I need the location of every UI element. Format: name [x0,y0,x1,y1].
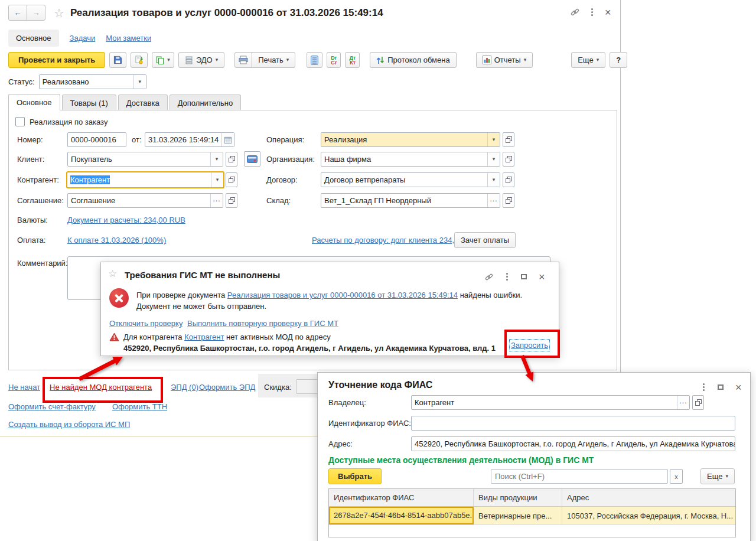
edo-button[interactable]: ЭДО ▾ [178,52,224,68]
get-link-icon[interactable] [571,8,579,17]
forward-arrow-icon: → [32,8,40,17]
operation-caret-icon[interactable]: ▾ [487,133,500,146]
copy-button[interactable]: ▾ [152,52,174,68]
recheck-link[interactable]: Выполнить повторную проверку в ГИС МТ [187,319,338,328]
payment-offset-button[interactable]: Зачет оплаты [454,232,516,248]
close-dialog-icon[interactable]: × [735,384,742,391]
payment-link[interactable]: К оплате 31.03.2026 (100%) [67,236,166,245]
column-header-product-types[interactable]: Виды продукции [474,489,562,506]
nav-notes-link[interactable]: Мои заметки [106,34,151,43]
organization-caret-icon[interactable]: ▾ [487,152,500,166]
fias-id-input[interactable] [411,416,735,431]
client-card-button[interactable] [244,151,260,167]
contract-select[interactable]: Договор ветпрепараты ▾ [321,172,500,187]
maximize-icon[interactable] [521,274,527,279]
currencies-link[interactable]: Документ и расчеты: 234,00 RUB [67,216,185,224]
tab-main[interactable]: Основное [8,94,60,110]
more-button[interactable]: Еще ▾ [571,52,605,68]
error-document-link[interactable]: Реализация товаров и услуг 0000-000016 о… [227,291,458,299]
counterparty-caret-icon[interactable]: ▾ [211,172,223,187]
client-caret-icon[interactable]: ▾ [210,152,223,166]
cell-address[interactable]: 105037, Российская Федерация, г. Москва,… [562,507,735,524]
organization-select[interactable]: Наша фирма ▾ [321,152,500,167]
status-caret-icon[interactable]: ▾ [133,75,146,89]
request-mod-link[interactable]: Запросить [511,341,548,350]
close-dialog-icon[interactable]: × [539,273,545,281]
exchange-protocol-button[interactable]: Протокол обмена [370,52,457,68]
column-header-address[interactable]: Адрес [562,489,735,506]
operation-open-button[interactable] [503,132,514,147]
status-not-started-link[interactable]: Не начат [8,383,40,392]
date-input[interactable]: 31.03.2026 15:49:14 [145,132,234,147]
post-document-button[interactable] [131,52,148,68]
address-input[interactable]: 452920, Республика Башкортостан, г.о. го… [411,436,735,451]
status-select[interactable]: Реализовано ▾ [39,74,146,89]
post-and-close-button[interactable]: Провести и закрыть [8,52,105,68]
agreement-open-button[interactable] [226,193,237,208]
disable-check-link[interactable]: Отключить проверку [109,319,183,328]
client-open-button[interactable] [226,152,237,167]
warehouse-input[interactable]: Вет_1_Склад ГП Неордерный ... [321,193,500,208]
operation-select[interactable]: Реализация ▾ [321,132,500,147]
warehouse-label: Склад: [266,196,291,205]
epd-link[interactable]: ЭПД (0) [171,383,198,392]
nav-tasks-link[interactable]: Задачи [70,34,96,43]
maximize-icon[interactable] [718,384,724,390]
search-clear-button[interactable]: x [670,469,683,484]
dt-kt-button[interactable]: ДтКт [345,52,360,68]
by-order-checkbox[interactable] [15,117,25,126]
tab-goods[interactable]: Товары (1) [62,94,116,110]
owner-input[interactable]: Контрагент ... [411,395,690,410]
mod-search-input[interactable] [491,469,668,484]
close-window-icon[interactable]: × [605,9,611,16]
dr-cr-button[interactable]: DrCr [327,52,341,68]
owner-choose-button[interactable]: ... [677,396,689,409]
counterparty-open-button[interactable] [226,172,237,187]
warning-counterparty-link[interactable]: Контрагент [184,333,224,341]
back-button[interactable]: ← [8,5,27,21]
currencies-label: Валюты: [17,216,48,224]
number-input[interactable]: 0000-000016 [67,132,126,147]
help-button[interactable]: ? [610,52,627,68]
calendar-icon[interactable] [221,133,234,146]
mod-not-found-link[interactable]: Не найден МОД контрагента [50,383,152,392]
epd-create-link[interactable]: Оформить ЭПД [199,383,255,392]
gis-mt-dialog: ☆ Требования ГИС МТ не выполнены × При п… [100,262,559,356]
agreement-input[interactable]: Соглашение ... [67,193,223,208]
print-menu-button[interactable]: Печать ▾ [252,52,295,68]
warehouse-open-button[interactable] [503,193,514,208]
tab-extra[interactable]: Дополнительно [170,94,242,110]
more-menu-icon[interactable] [702,382,706,392]
mod-table-row-selected[interactable]: 2678a2e7-454f-46b4-8514-aabb07ab5e... Ве… [329,507,735,525]
favorite-star-icon[interactable]: ☆ [54,7,64,19]
contract-open-button[interactable] [503,172,514,187]
counterparty-select[interactable]: Контрагент ▾ [66,171,224,188]
dialog-star-icon[interactable]: ☆ [108,269,117,279]
save-button[interactable] [109,52,126,68]
organization-open-button[interactable] [503,152,514,167]
quick-print-button[interactable] [234,52,252,68]
window-title: Реализация товаров и услуг 0000-000016 о… [70,7,383,19]
get-link-icon[interactable] [485,273,493,281]
tab-delivery[interactable]: Доставка [118,94,168,110]
ttn-create-link[interactable]: Оформить ТТН [112,402,167,411]
warehouse-choose-button[interactable]: ... [487,194,500,207]
invoice-create-link[interactable]: Оформить счет-фактуру [8,402,96,411]
column-header-fias-id[interactable]: Идентификатор ФИАС [329,489,474,506]
select-mod-button[interactable]: Выбрать [328,468,382,484]
forward-button[interactable]: → [27,5,45,21]
document-register-button[interactable] [307,52,322,68]
more-menu-icon[interactable] [590,7,594,17]
client-value: Покупатель [68,152,210,166]
nav-main-section[interactable]: Основное [8,30,59,47]
cell-fias-id[interactable]: 2678a2e7-454f-46b4-8514-aabb07ab5e... [329,507,474,524]
agreement-choose-button[interactable]: ... [210,194,223,207]
client-select[interactable]: Покупатель ▾ [67,152,223,167]
reports-button[interactable]: Отчеты ▾ [476,52,533,68]
contract-caret-icon[interactable]: ▾ [487,173,500,187]
withdraw-create-link[interactable]: Создать вывод из оборота ИС МП [8,420,130,429]
mod-more-button[interactable]: Еще ▾ [700,468,735,484]
owner-open-button[interactable] [692,395,704,410]
more-menu-icon[interactable] [505,272,509,282]
cell-product-types[interactable]: Ветеринарные пре... [474,507,562,524]
